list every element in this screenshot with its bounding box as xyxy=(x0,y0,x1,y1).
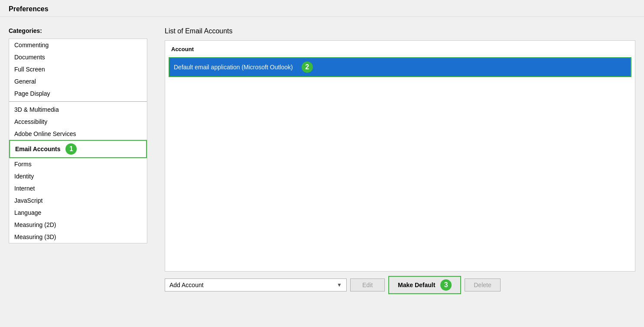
sidebar-item-language[interactable]: Language xyxy=(9,207,147,219)
badge-2: 2 xyxy=(302,62,313,73)
add-account-label: Add Account xyxy=(169,282,204,288)
account-row-default[interactable]: Default email application (Microsoft Out… xyxy=(169,57,631,77)
make-default-button[interactable]: Make Default 3 xyxy=(388,276,461,294)
sidebar-item-accessibility[interactable]: Accessibility xyxy=(9,116,147,128)
bottom-bar: Add Account ▼ Edit Make Default 3 Delete xyxy=(165,276,635,296)
account-row-label: Default email application (Microsoft Out… xyxy=(174,64,293,71)
badge-3: 3 xyxy=(440,279,452,291)
dropdown-arrow-icon: ▼ xyxy=(337,282,342,288)
add-account-dropdown[interactable]: Add Account ▼ xyxy=(165,278,347,291)
sidebar-item-email-accounts[interactable]: Email Accounts 1 xyxy=(9,140,147,158)
sidebar-item-documents[interactable]: Documents xyxy=(9,51,147,63)
sidebar-item-measuring-2d[interactable]: Measuring (2D) xyxy=(9,219,147,231)
badge-1: 1 xyxy=(65,143,77,155)
sidebar: Categories: Commenting Documents Full Sc… xyxy=(0,20,156,303)
sidebar-item-full-screen[interactable]: Full Screen xyxy=(9,63,147,75)
account-panel-header: Account xyxy=(169,44,631,55)
sidebar-list: Commenting Documents Full Screen General… xyxy=(9,39,147,243)
content-area: List of Email Accounts Account Default e… xyxy=(156,20,644,303)
preferences-title: Preferences xyxy=(9,5,49,13)
delete-button[interactable]: Delete xyxy=(465,278,500,291)
title-bar: Preferences xyxy=(0,0,644,17)
categories-label: Categories: xyxy=(9,27,156,34)
sidebar-item-measuring-3d[interactable]: Measuring (3D) xyxy=(9,231,147,243)
account-panel: Account Default email application (Micro… xyxy=(165,40,635,272)
sidebar-item-identity[interactable]: Identity xyxy=(9,170,147,182)
content-title: List of Email Accounts xyxy=(165,27,635,35)
sidebar-item-3d-multimedia[interactable]: 3D & Multimedia xyxy=(9,104,147,116)
edit-button[interactable]: Edit xyxy=(350,278,385,291)
sidebar-item-internet[interactable]: Internet xyxy=(9,182,147,194)
sidebar-item-commenting[interactable]: Commenting xyxy=(9,39,147,51)
sidebar-item-general[interactable]: General xyxy=(9,75,147,87)
sidebar-item-page-display[interactable]: Page Display xyxy=(9,87,147,100)
sidebar-item-javascript[interactable]: JavaScript xyxy=(9,194,147,207)
content-wrapper: List of Email Accounts Account Default e… xyxy=(156,20,644,303)
sidebar-divider xyxy=(9,101,147,102)
sidebar-item-forms[interactable]: Forms xyxy=(9,158,147,170)
sidebar-item-adobe-online-services[interactable]: Adobe Online Services xyxy=(9,128,147,140)
